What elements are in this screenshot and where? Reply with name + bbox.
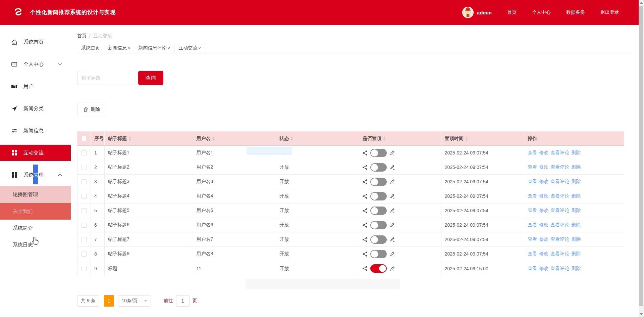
share-icon[interactable] — [363, 252, 367, 257]
delete-button[interactable]: 删除 — [77, 103, 106, 116]
sidebar-item-system-manage[interactable]: 系统管理系统管理 — [0, 164, 71, 186]
share-icon[interactable] — [363, 165, 367, 170]
scroll-up-icon[interactable] — [640, 2, 643, 4]
scrollbar-thumb[interactable] — [639, 6, 643, 306]
action-delete-link[interactable]: 删除 — [571, 150, 581, 156]
edit-pencil-icon[interactable] — [390, 179, 395, 184]
action-edit-link[interactable]: 修改 — [539, 251, 548, 257]
pin-toggle-off[interactable] — [370, 235, 387, 244]
row-checkbox[interactable] — [82, 179, 87, 184]
action-view-link[interactable]: 查看 — [528, 236, 537, 242]
action-view-comments-link[interactable]: 查看评论 — [550, 266, 569, 272]
action-edit-link[interactable]: 修改 — [539, 164, 548, 170]
edit-pencil-icon[interactable] — [390, 193, 395, 199]
column-header-user[interactable]: 用户名 — [193, 132, 276, 145]
close-icon[interactable]: × — [168, 46, 170, 51]
action-delete-link[interactable]: 删除 — [571, 222, 581, 228]
scroll-down-icon[interactable] — [640, 313, 643, 315]
pin-toggle-off[interactable] — [370, 149, 387, 157]
tab-news-comments[interactable]: 新闻信息评论× — [135, 43, 174, 53]
sidebar-item-interaction[interactable]: 互动交流 — [0, 145, 71, 161]
column-header-title[interactable]: 帖子标题 — [105, 132, 193, 145]
sidebar-item-system-home[interactable]: 系统首页 — [0, 31, 71, 53]
sidebar-subitem-system-intro[interactable]: 系统简介 — [0, 220, 71, 236]
sidebar-subitem-carousel-manage[interactable]: 轮播图管理 — [0, 186, 71, 203]
action-view-link[interactable]: 查看 — [528, 164, 537, 170]
action-edit-link[interactable]: 修改 — [539, 222, 548, 228]
action-edit-link[interactable]: 修改 — [539, 266, 548, 272]
close-icon[interactable]: × — [128, 46, 130, 51]
sidebar-item-news-category[interactable]: 新闻分类 — [0, 97, 71, 120]
share-icon[interactable] — [363, 179, 367, 184]
share-icon[interactable] — [363, 223, 367, 228]
sidebar-item-users[interactable]: 用户 — [0, 75, 71, 97]
action-view-comments-link[interactable]: 查看评论 — [550, 236, 569, 242]
pin-toggle-on[interactable] — [370, 264, 387, 273]
pagination-page-1[interactable]: 1 — [104, 295, 114, 307]
sidebar-item-personal-center[interactable]: 个人中心 — [0, 53, 71, 75]
sidebar-subitem-about-us[interactable]: 关于我们 — [0, 203, 71, 220]
action-view-link[interactable]: 查看 — [528, 179, 537, 185]
pin-toggle-off[interactable] — [370, 221, 387, 229]
action-view-comments-link[interactable]: 查看评论 — [550, 251, 569, 257]
row-checkbox[interactable] — [82, 165, 87, 170]
action-delete-link[interactable]: 删除 — [571, 164, 581, 170]
sidebar-item-news-info[interactable]: 新闻信息 — [0, 120, 71, 142]
breadcrumb-root[interactable]: 首页 — [77, 33, 87, 39]
edit-pencil-icon[interactable] — [390, 222, 395, 228]
topnav-item-backup[interactable]: 数据备份 — [566, 9, 585, 15]
edit-pencil-icon[interactable] — [390, 150, 395, 155]
column-header-time[interactable]: 置顶时间 — [441, 132, 525, 145]
action-view-comments-link[interactable]: 查看评论 — [550, 222, 569, 228]
edit-pencil-icon[interactable] — [390, 237, 395, 242]
tab-news-info[interactable]: 新闻信息× — [104, 43, 135, 53]
pin-toggle-off[interactable] — [370, 207, 387, 215]
page-scrollbar[interactable] — [639, 0, 644, 317]
action-edit-link[interactable]: 修改 — [539, 179, 548, 185]
topnav-item-home[interactable]: 首页 — [507, 9, 517, 15]
topnav-item-profile[interactable]: 个人中心 — [532, 9, 551, 15]
share-icon[interactable] — [363, 237, 367, 242]
query-button[interactable]: 查询 — [138, 71, 163, 85]
sort-icon[interactable] — [212, 137, 215, 141]
action-view-link[interactable]: 查看 — [528, 251, 537, 257]
topnav-item-logout[interactable]: 退出登录 — [600, 9, 619, 15]
goto-page-input[interactable] — [176, 295, 190, 307]
action-edit-link[interactable]: 修改 — [539, 236, 548, 242]
share-icon[interactable] — [363, 194, 367, 199]
tab-interaction[interactable]: 互动交流× — [174, 43, 205, 53]
pin-toggle-off[interactable] — [370, 178, 387, 186]
action-delete-link[interactable]: 删除 — [571, 208, 581, 214]
column-header-pinned[interactable]: 是否置顶 — [359, 132, 441, 145]
row-checkbox[interactable] — [82, 252, 87, 257]
username[interactable]: admin — [477, 10, 492, 15]
row-checkbox[interactable] — [82, 266, 87, 271]
search-input[interactable] — [77, 71, 134, 85]
edit-pencil-icon[interactable] — [390, 251, 395, 257]
action-view-comments-link[interactable]: 查看评论 — [550, 208, 569, 214]
action-view-link[interactable]: 查看 — [528, 266, 537, 272]
select-all-checkbox[interactable] — [82, 136, 87, 141]
edit-pencil-icon[interactable] — [390, 165, 395, 170]
avatar[interactable] — [462, 7, 474, 18]
action-view-comments-link[interactable]: 查看评论 — [550, 193, 569, 199]
sort-icon[interactable] — [128, 137, 131, 141]
action-edit-link[interactable]: 修改 — [539, 208, 548, 214]
action-delete-link[interactable]: 删除 — [571, 251, 581, 257]
tab-system-home[interactable]: 系统首页 — [77, 43, 104, 53]
share-icon[interactable] — [363, 150, 367, 155]
action-view-comments-link[interactable]: 查看评论 — [550, 164, 569, 170]
pin-toggle-off[interactable] — [370, 163, 387, 172]
action-view-link[interactable]: 查看 — [528, 222, 537, 228]
action-delete-link[interactable]: 删除 — [571, 193, 581, 199]
action-view-link[interactable]: 查看 — [528, 208, 537, 214]
action-view-comments-link[interactable]: 查看评论 — [550, 150, 569, 156]
share-icon[interactable] — [363, 266, 367, 271]
row-checkbox[interactable] — [82, 223, 87, 228]
action-delete-link[interactable]: 删除 — [571, 236, 581, 242]
share-icon[interactable] — [363, 208, 367, 213]
action-view-link[interactable]: 查看 — [528, 150, 537, 156]
action-delete-link[interactable]: 删除 — [571, 266, 581, 272]
row-checkbox[interactable] — [82, 194, 87, 199]
action-delete-link[interactable]: 删除 — [571, 179, 581, 185]
